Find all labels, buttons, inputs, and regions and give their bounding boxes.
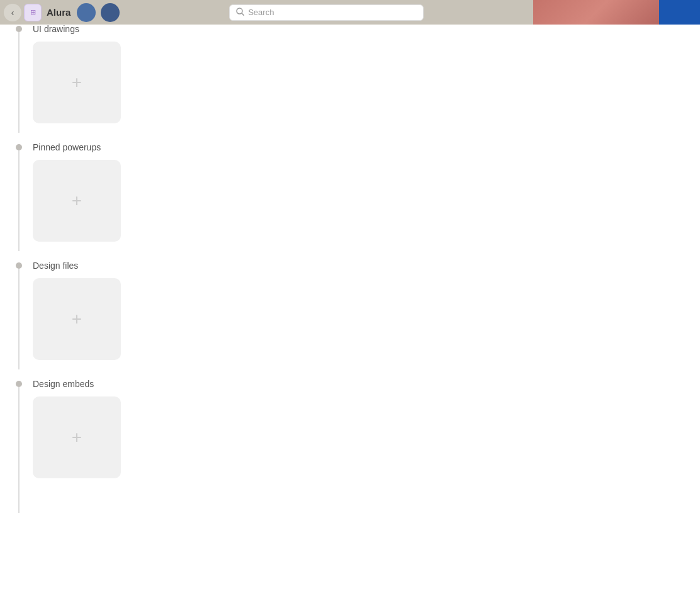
plus-icon: + bbox=[72, 310, 82, 328]
search-icon bbox=[236, 8, 244, 18]
brand-name: Alura bbox=[47, 7, 71, 18]
app-header: ‹ ⊞ Alura Search bbox=[0, 0, 700, 25]
dot-column bbox=[13, 261, 25, 369]
section-title-pinned-powerups: Pinned powerups bbox=[33, 142, 700, 152]
logo-symbol: ⊞ bbox=[30, 8, 36, 16]
plus-icon: + bbox=[72, 429, 82, 446]
section-content-ui-drawings: UI drawings + bbox=[25, 25, 700, 123]
header-right bbox=[533, 0, 700, 25]
add-design-file-button[interactable]: + bbox=[33, 278, 121, 360]
section-ui-drawings: UI drawings + bbox=[13, 25, 700, 133]
search-box[interactable]: Search bbox=[229, 4, 424, 21]
section-line bbox=[18, 387, 20, 513]
add-pinned-powerup-button[interactable]: + bbox=[33, 160, 121, 242]
search-area: Search bbox=[120, 4, 533, 21]
logo-icon: ⊞ bbox=[24, 4, 42, 21]
back-button[interactable]: ‹ bbox=[4, 4, 21, 21]
header-pink-decoration bbox=[533, 0, 659, 25]
section-line bbox=[18, 32, 20, 133]
search-placeholder: Search bbox=[248, 8, 274, 17]
plus-icon: + bbox=[72, 74, 82, 91]
section-line bbox=[18, 150, 20, 251]
section-content-design-files: Design files + bbox=[25, 261, 700, 360]
section-dot bbox=[16, 381, 22, 387]
section-design-files: Design files + bbox=[13, 261, 700, 369]
svg-line-1 bbox=[242, 13, 244, 16]
back-icon: ‹ bbox=[11, 8, 14, 18]
section-content-design-embeds: Design embeds + bbox=[25, 380, 700, 478]
plus-icon: + bbox=[72, 192, 82, 210]
section-dot bbox=[16, 262, 22, 269]
section-pinned-powerups: Pinned powerups + bbox=[13, 143, 700, 251]
section-dot bbox=[16, 144, 22, 150]
header-blue-decoration bbox=[659, 0, 700, 25]
avatar-button-1[interactable] bbox=[77, 3, 96, 22]
avatar-button-2[interactable] bbox=[101, 3, 120, 22]
section-design-embeds: Design embeds + bbox=[13, 380, 700, 513]
dot-column bbox=[13, 143, 25, 251]
section-content-pinned-powerups: Pinned powerups + bbox=[25, 143, 700, 242]
main-content: UI drawings + Pinned powerups + Design f… bbox=[0, 0, 700, 613]
dot-column bbox=[13, 25, 25, 133]
section-line bbox=[18, 269, 20, 369]
section-title-design-files: Design files bbox=[33, 261, 700, 271]
add-ui-drawing-button[interactable]: + bbox=[33, 42, 121, 123]
section-dot bbox=[16, 26, 22, 32]
header-left: ‹ ⊞ Alura bbox=[0, 3, 120, 22]
section-title-design-embeds: Design embeds bbox=[33, 379, 700, 389]
add-design-embed-button[interactable]: + bbox=[33, 396, 121, 478]
section-title-ui-drawings: UI drawings bbox=[33, 24, 700, 34]
dot-column bbox=[13, 380, 25, 513]
